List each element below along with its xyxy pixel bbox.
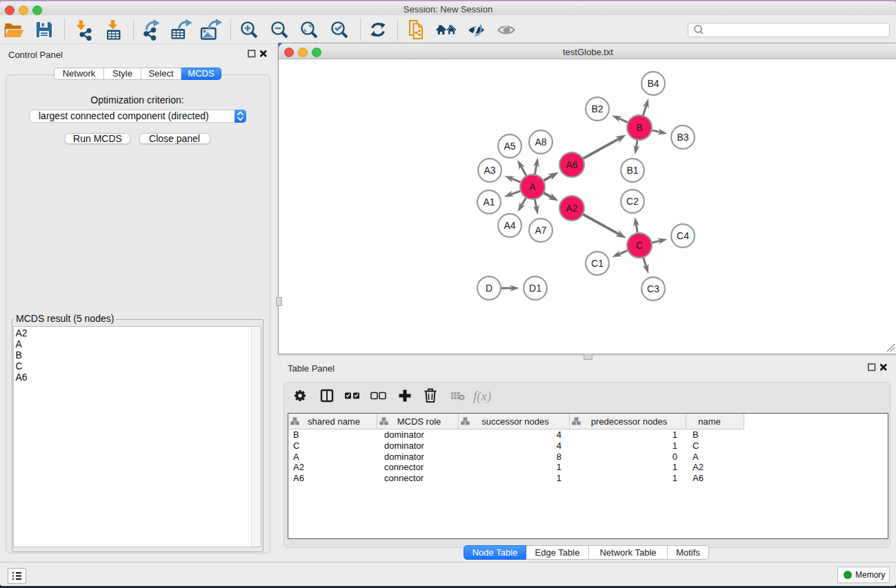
svg-text:A1: A1: [483, 196, 495, 207]
svg-text:B4: B4: [647, 78, 659, 89]
svg-text:B1: B1: [626, 165, 638, 176]
svg-text:A: A: [529, 181, 536, 192]
svg-text:A8: A8: [535, 136, 546, 148]
svg-text:B3: B3: [677, 132, 688, 143]
svg-text:A3: A3: [484, 165, 495, 176]
svg-text:C2: C2: [626, 196, 639, 207]
svg-text:D1: D1: [529, 283, 541, 294]
svg-text:B: B: [636, 122, 642, 133]
svg-text:A4: A4: [504, 220, 515, 231]
svg-text:A2: A2: [566, 203, 577, 214]
svg-text:C4: C4: [677, 230, 689, 241]
svg-text:B2: B2: [591, 103, 603, 114]
svg-text:C3: C3: [647, 283, 659, 294]
svg-text:A6: A6: [566, 159, 577, 170]
svg-text:D: D: [486, 283, 492, 294]
svg-text:C1: C1: [591, 258, 604, 269]
svg-text:A5: A5: [504, 141, 515, 152]
svg-text:C: C: [636, 240, 643, 251]
svg-text:f(x): f(x): [473, 389, 491, 404]
svg-text:A7: A7: [535, 225, 546, 236]
